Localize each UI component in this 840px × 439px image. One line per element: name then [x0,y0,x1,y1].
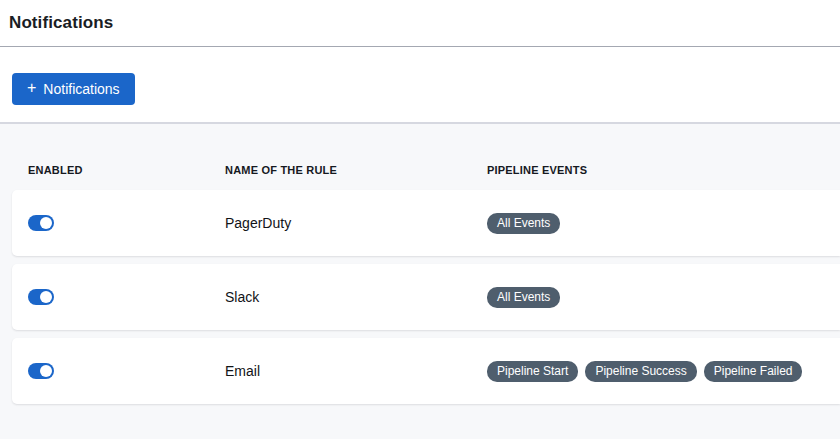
event-badges: Pipeline StartPipeline SuccessPipeline F… [487,361,840,382]
rule-name: PagerDuty [225,215,487,231]
table-row: Email Pipeline StartPipeline SuccessPipe… [12,338,840,404]
event-badge: All Events [487,213,560,234]
enabled-cell [28,289,225,305]
enabled-cell [28,215,225,231]
event-badge: Pipeline Failed [704,361,803,382]
enabled-toggle[interactable] [28,289,54,305]
page-title: Notifications [0,0,840,33]
event-badges: All Events [487,213,840,234]
rule-name: Slack [225,289,487,305]
column-header-enabled: ENABLED [28,164,225,190]
toggle-knob [40,365,52,377]
add-notifications-label: Notifications [43,81,119,97]
column-header-name: NAME OF THE RULE [225,164,487,190]
event-badges: All Events [487,287,840,308]
event-badge: All Events [487,287,560,308]
toggle-knob [40,291,52,303]
table-row: PagerDuty All Events [12,190,840,256]
rule-name: Email [225,363,487,379]
enabled-toggle[interactable] [28,363,54,379]
notifications-table: ENABLED NAME OF THE RULE PIPELINE EVENTS… [0,124,840,439]
table-body: PagerDuty All Events Slack All Events Em… [0,190,840,404]
toggle-knob [40,217,52,229]
table-header-row: ENABLED NAME OF THE RULE PIPELINE EVENTS [0,124,840,190]
event-badge: Pipeline Success [585,361,696,382]
notifications-page: Notifications + Notifications ENABLED NA… [0,0,840,439]
enabled-toggle[interactable] [28,215,54,231]
event-badge: Pipeline Start [487,361,578,382]
enabled-cell [28,363,225,379]
add-notifications-button[interactable]: + Notifications [12,73,135,105]
title-divider [0,46,840,47]
plus-icon: + [27,80,36,96]
table-row: Slack All Events [12,264,840,330]
column-header-events: PIPELINE EVENTS [487,164,840,190]
